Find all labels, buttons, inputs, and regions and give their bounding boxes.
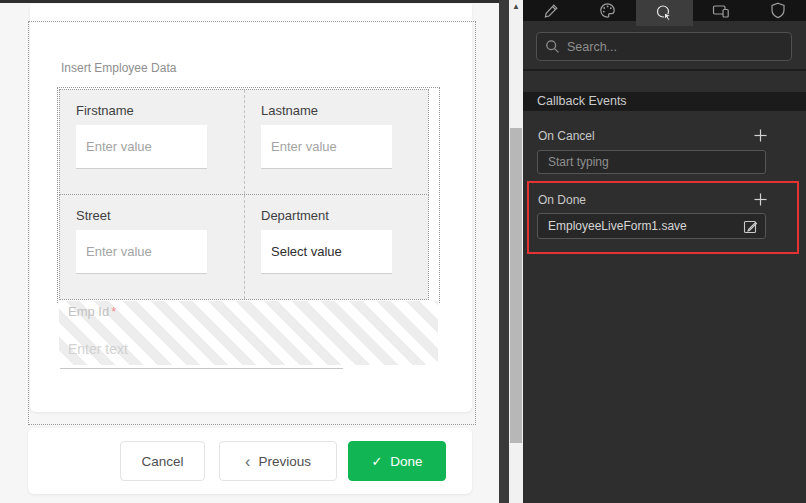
on-cancel-label: On Cancel: [538, 129, 595, 143]
scrollbar-up-arrow[interactable]: ▲: [509, 1, 523, 13]
firstname-input[interactable]: [76, 125, 207, 169]
shield-icon: [770, 2, 786, 19]
tab-security[interactable]: [749, 0, 806, 21]
form-title: Insert Employee Data: [61, 61, 176, 75]
inspector-tabbar: [523, 0, 806, 26]
devices-icon: [712, 3, 730, 19]
department-select[interactable]: Select value: [261, 230, 392, 274]
search-icon: [545, 39, 560, 58]
cancel-button[interactable]: Cancel: [120, 441, 205, 481]
add-on-cancel-button[interactable]: [753, 128, 768, 143]
cursor-click-icon: [655, 4, 673, 22]
callback-events-header: Callback Events: [523, 92, 806, 111]
field-label: Department: [261, 208, 329, 223]
on-cancel-input[interactable]: [537, 150, 766, 174]
empid-hidden-field[interactable]: Emp Id* Enter text: [59, 301, 438, 365]
add-on-done-button[interactable]: [753, 192, 768, 207]
palette-icon: [599, 2, 616, 19]
field-label: Lastname: [261, 103, 318, 118]
field-label: Street: [76, 208, 111, 223]
on-done-label: On Done: [538, 193, 586, 207]
search-input[interactable]: [567, 33, 787, 60]
field-label: Firstname: [76, 103, 134, 118]
tab-actions[interactable]: [636, 0, 693, 26]
lastname-input[interactable]: [261, 125, 392, 169]
edit-icon: [743, 219, 758, 234]
previous-button[interactable]: ‹Previous: [219, 441, 337, 481]
checkmark-icon: ✓: [371, 454, 382, 469]
scrollbar-thumb[interactable]: [510, 128, 522, 443]
empid-underline: [60, 368, 343, 369]
plus-icon: [753, 128, 768, 143]
chevron-left-icon: ‹: [245, 453, 250, 470]
search-box: [536, 32, 792, 61]
canvas-edge-strip: [499, 0, 509, 503]
on-done-input[interactable]: [537, 213, 766, 239]
inspector-panel: Callback Events On Cancel On Done: [523, 0, 806, 503]
done-button[interactable]: ✓Done: [348, 441, 446, 481]
plus-icon: [753, 192, 768, 207]
street-input[interactable]: [76, 230, 207, 274]
form-row-1[interactable]: Firstname Lastname: [59, 89, 429, 195]
field-department[interactable]: Department Select value: [244, 195, 428, 299]
field-street[interactable]: Street: [60, 195, 244, 299]
tab-responsive[interactable]: [693, 0, 750, 21]
field-firstname[interactable]: Firstname: [60, 90, 244, 194]
canvas-top-strip: [0, 0, 499, 3]
panel-divider: [523, 69, 806, 71]
tab-style[interactable]: [580, 0, 637, 21]
pencil-icon: [543, 3, 559, 19]
field-lastname[interactable]: Lastname: [244, 90, 428, 194]
tab-edit[interactable]: [523, 0, 580, 21]
empid-label: Emp Id*: [68, 304, 116, 319]
form-row-2[interactable]: Street Department Select value: [59, 194, 429, 300]
edit-action-button[interactable]: [739, 216, 761, 236]
empid-placeholder: Enter text: [68, 341, 128, 357]
required-asterisk: *: [111, 304, 116, 319]
app-builder-window: Insert Employee Data Firstname Lastname …: [0, 0, 806, 503]
